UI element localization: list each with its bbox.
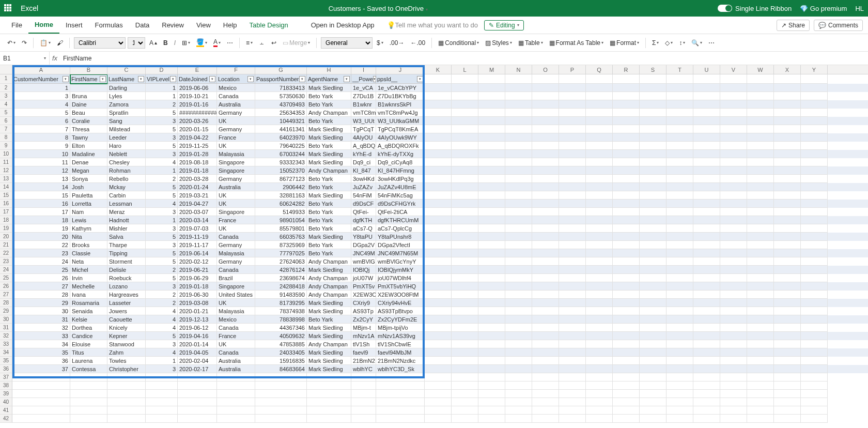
table-cell[interactable]: 4AIyOU [351, 133, 376, 142]
table-cell[interactable]: W3_UUtkaGMM [376, 117, 425, 125]
table-cell[interactable]: Malayasia [217, 150, 255, 158]
app-launcher-icon[interactable] [4, 4, 12, 12]
row-header[interactable]: 10 [0, 150, 12, 158]
table-cell[interactable]: Jowers [107, 307, 146, 315]
decrease-decimal-button[interactable]: .00→ [388, 38, 407, 48]
table-cell[interactable]: 2019-10-21 [178, 92, 217, 100]
table-cell[interactable]: 2019-01-16 [178, 100, 217, 109]
table-cell[interactable]: 21BmN2 [351, 357, 376, 365]
column-header[interactable]: E [178, 65, 217, 74]
table-cell[interactable]: Christopher [107, 365, 146, 373]
table-cell[interactable]: W3_UUt [351, 117, 376, 125]
table-cell[interactable]: Milstead [107, 125, 146, 133]
table-cell[interactable]: Josh [70, 183, 107, 191]
table-cell[interactable]: Australia [217, 100, 255, 109]
table-cell[interactable]: 22 [12, 241, 70, 249]
table-cell[interactable]: AS93Tp [351, 307, 376, 315]
row-header[interactable]: 35 [0, 357, 12, 365]
table-cell[interactable]: Lessman [107, 200, 146, 208]
column-header[interactable]: R [613, 65, 640, 74]
table-cell[interactable]: 27624063 [255, 257, 307, 266]
row-header[interactable]: 38 [0, 381, 12, 390]
cell-styles-button[interactable]: ▨ Styles▾ [483, 38, 514, 48]
fill-color-button[interactable]: 🪣▾ [194, 37, 209, 49]
table-cell[interactable]: 2019-06-14 [178, 249, 217, 257]
table-cell[interactable]: Andy Champan [307, 166, 351, 175]
table-cell[interactable]: Beto Yark [307, 100, 351, 109]
table-cell[interactable]: Lorretta [70, 200, 107, 208]
table-cell[interactable]: Meraz [107, 208, 146, 216]
table-cell[interactable]: Storment [107, 257, 146, 266]
table-cell[interactable]: 2019-03-21 [178, 191, 217, 200]
table-cell[interactable]: Hargreaves [107, 291, 146, 299]
table-cell[interactable]: Sonya [70, 175, 107, 183]
table-cell[interactable]: Mexico [217, 84, 255, 92]
table-cell[interactable]: 2019-06-12 [178, 324, 217, 332]
table-cell[interactable]: Canada [217, 266, 255, 274]
table-cell[interactable]: vmTC8mPw4Jg [376, 109, 425, 117]
autosum-button[interactable]: Σ▾ [650, 38, 661, 48]
table-cell[interactable]: 4 [146, 315, 178, 324]
tab-insert[interactable]: Insert [59, 17, 89, 34]
table-cell[interactable]: 1 [146, 92, 178, 100]
table-cell[interactable]: 20 [12, 233, 70, 241]
table-cell[interactable]: 79640225 [255, 142, 307, 150]
table-cell[interactable]: 2020-01-21 [178, 307, 217, 315]
table-cell[interactable]: 5 [146, 257, 178, 266]
row-header[interactable]: 13 [0, 175, 12, 183]
table-cell[interactable]: 2020-02-04 [178, 357, 217, 365]
column-header[interactable]: N [505, 65, 532, 74]
table-cell[interactable]: Towles [107, 357, 146, 365]
column-header[interactable]: X [774, 65, 801, 74]
tab-data[interactable]: Data [129, 17, 156, 34]
table-cell[interactable]: 2019-06-29 [178, 274, 217, 282]
table-cell[interactable]: 3 [146, 208, 178, 216]
filter-icon[interactable]: ▾ [299, 76, 305, 82]
toolbar-overflow-button[interactable]: ⋯ [706, 38, 717, 48]
format-as-table-button[interactable]: ▦ Format As Table▾ [547, 38, 606, 48]
row-header[interactable]: 29 [0, 307, 12, 315]
column-header[interactable]: L [452, 65, 478, 74]
table-header-cell[interactable]: DateJoined▾ [178, 74, 217, 84]
table-cell[interactable]: Germany [217, 109, 255, 117]
row-header[interactable]: 19 [0, 224, 12, 233]
table-cell[interactable]: 2019-11-19 [178, 233, 217, 241]
table-cell[interactable]: Z7Du1B [351, 92, 376, 100]
table-cell[interactable] [70, 84, 107, 92]
align-button[interactable]: ≡▾ [244, 38, 255, 48]
row-header[interactable]: 22 [0, 249, 12, 257]
table-cell[interactable]: Michel [70, 266, 107, 274]
table-cell[interactable]: Rohman [107, 166, 146, 175]
table-cell[interactable]: Nita [70, 233, 107, 241]
tab-table-design[interactable]: Table Design [243, 17, 295, 34]
table-cell[interactable]: 19 [12, 224, 70, 233]
redo-button[interactable]: ↷ [20, 38, 29, 48]
tab-help[interactable]: Help [217, 17, 243, 34]
table-cell[interactable]: Elouise [70, 340, 107, 348]
table-cell[interactable]: Mark Siedling [307, 332, 351, 340]
table-cell[interactable]: Tharpe [107, 241, 146, 249]
column-header[interactable]: W [747, 65, 774, 74]
table-cell[interactable]: Bruna [70, 92, 107, 100]
table-cell[interactable]: Mark Siedling [307, 125, 351, 133]
table-cell[interactable]: MBjm-t [351, 324, 376, 332]
table-cell[interactable]: Z7Du1BKYbBg [376, 92, 425, 100]
table-cell[interactable]: Mark Siedling [307, 158, 351, 166]
table-cell[interactable]: Roebuck [107, 274, 146, 282]
table-cell[interactable]: 5 [146, 249, 178, 257]
table-cell[interactable]: Mark Siedling [307, 357, 351, 365]
table-cell[interactable]: Dq9_ci [351, 158, 376, 166]
table-cell[interactable]: Lasseter [107, 299, 146, 307]
table-cell[interactable]: 24 [12, 257, 70, 266]
table-cell[interactable]: UK [217, 340, 255, 348]
row-header[interactable]: 23 [0, 257, 12, 266]
table-cell[interactable]: 14 [12, 183, 70, 191]
table-cell[interactable]: Dorthea [70, 324, 107, 332]
table-cell[interactable]: 10449321 [255, 117, 307, 125]
table-cell[interactable]: Canada [217, 348, 255, 357]
table-cell[interactable]: France [217, 332, 255, 340]
table-cell[interactable]: 28 [12, 291, 70, 299]
column-header[interactable]: M [478, 65, 505, 74]
tab-formulas[interactable]: Formulas [89, 17, 129, 34]
fx-icon[interactable]: fx [50, 54, 60, 62]
